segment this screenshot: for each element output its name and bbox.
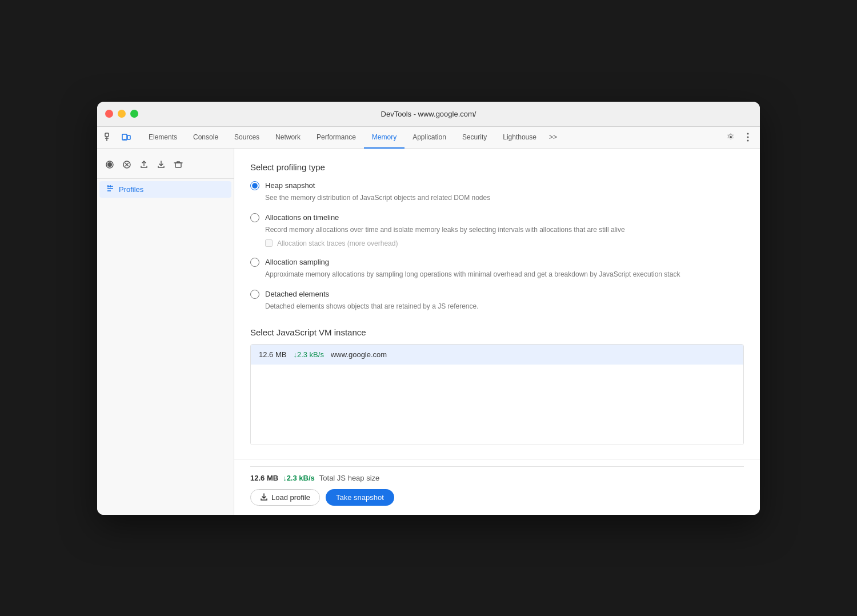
svg-rect-0 <box>105 133 109 137</box>
sidebar-toolbar <box>97 153 234 179</box>
vm-memory: 12.6 MB <box>259 350 286 359</box>
profiles-label: Profiles <box>119 185 143 194</box>
option-allocation-sampling: Allocation sampling Approximate memory a… <box>250 258 744 279</box>
record-icon[interactable] <box>102 157 118 173</box>
vm-section-title: Select JavaScript VM instance <box>250 327 744 337</box>
tab-security[interactable]: Security <box>454 127 495 149</box>
footer-heap-label: Total JS heap size <box>319 474 380 482</box>
vm-rate-value: 2.3 kB/s <box>297 350 324 359</box>
vm-empty-area <box>251 365 743 445</box>
sidebar: Profiles <box>97 149 234 515</box>
tab-console[interactable]: Console <box>185 127 226 149</box>
take-snapshot-button[interactable]: Take snapshot <box>326 489 394 506</box>
tab-overflow[interactable]: >> <box>544 127 562 149</box>
radio-heap-snapshot[interactable] <box>250 181 259 190</box>
heap-snapshot-desc: See the memory distribution of JavaScrip… <box>265 193 744 203</box>
profiles-icon <box>106 185 114 194</box>
detached-elements-desc: Detached elements shows objects that are… <box>265 301 744 311</box>
footer-buttons: Load profile Take snapshot <box>250 489 744 506</box>
tab-performance[interactable]: Performance <box>309 127 364 149</box>
content-area: Select profiling type Heap snapshot See … <box>234 149 760 515</box>
tab-memory[interactable]: Memory <box>364 127 405 149</box>
tab-actions <box>723 130 755 145</box>
footer-divider <box>250 466 744 467</box>
maximize-button[interactable] <box>130 110 138 118</box>
more-options-icon[interactable] <box>740 130 755 145</box>
load-profile-button[interactable]: Load profile <box>250 489 320 506</box>
heap-snapshot-label: Heap snapshot <box>265 181 315 190</box>
vm-table: 12.6 MB ↓2.3 kB/s www.google.com <box>250 344 744 445</box>
traffic-lights <box>105 110 138 118</box>
upload-icon[interactable] <box>136 157 152 173</box>
option-allocations-timeline: Allocations on timeline Record memory al… <box>250 213 744 247</box>
clear-icon[interactable] <box>170 157 186 173</box>
stop-icon[interactable] <box>119 157 135 173</box>
profiling-options: Heap snapshot See the memory distributio… <box>250 181 744 311</box>
content: Select profiling type Heap snapshot See … <box>234 149 760 459</box>
footer-rate-value: 2.3 kB/s <box>287 474 315 482</box>
minimize-button[interactable] <box>118 110 126 118</box>
allocation-stack-traces-row: Allocation stack traces (more overhead) <box>265 239 744 247</box>
vm-rate: ↓2.3 kB/s <box>293 350 323 359</box>
tab-network[interactable]: Network <box>267 127 309 149</box>
svg-point-10 <box>107 162 112 167</box>
svg-rect-14 <box>175 163 181 167</box>
vm-row[interactable]: 12.6 MB ↓2.3 kB/s www.google.com <box>251 345 743 365</box>
tab-lighthouse[interactable]: Lighthouse <box>495 127 544 149</box>
allocations-timeline-label: Allocations on timeline <box>265 213 339 222</box>
device-toggle-icon[interactable] <box>119 130 134 145</box>
take-snapshot-label: Take snapshot <box>336 493 384 502</box>
svg-rect-4 <box>127 135 130 139</box>
allocations-timeline-desc: Record memory allocations over time and … <box>265 225 744 235</box>
detached-elements-label: Detached elements <box>265 290 329 298</box>
devtools-window: DevTools - www.google.com/ E <box>97 102 760 515</box>
allocation-sampling-label: Allocation sampling <box>265 258 329 266</box>
footer-rate: ↓2.3 kB/s <box>283 474 315 482</box>
radio-allocation-sampling[interactable] <box>250 258 259 267</box>
main-container: Profiles Select profiling type Heap snap… <box>97 149 760 515</box>
vm-url: www.google.com <box>331 350 387 359</box>
settings-icon[interactable] <box>723 130 738 145</box>
tab-bar: Elements Console Sources Network Perform… <box>97 127 760 149</box>
sidebar-item-profiles[interactable]: Profiles <box>99 181 231 198</box>
radio-detached-elements[interactable] <box>250 290 259 299</box>
footer-stats: 12.6 MB ↓2.3 kB/s Total JS heap size <box>250 474 744 482</box>
tab-application[interactable]: Application <box>405 127 454 149</box>
tab-elements[interactable]: Elements <box>141 127 185 149</box>
profiling-section-title: Select profiling type <box>250 162 744 172</box>
tab-sources[interactable]: Sources <box>226 127 267 149</box>
close-button[interactable] <box>105 110 113 118</box>
allocation-stack-traces-checkbox[interactable] <box>265 239 273 247</box>
footer-section: 12.6 MB ↓2.3 kB/s Total JS heap size Loa… <box>234 459 760 515</box>
inspect-element-icon[interactable] <box>102 130 117 145</box>
download-icon[interactable] <box>153 157 169 173</box>
footer-memory: 12.6 MB <box>250 474 278 482</box>
allocation-stack-traces-label: Allocation stack traces (more overhead) <box>277 239 398 247</box>
svg-point-7 <box>747 137 749 138</box>
svg-point-8 <box>747 140 749 142</box>
radio-allocations-timeline[interactable] <box>250 213 259 222</box>
window-title: DevTools - www.google.com/ <box>381 110 476 118</box>
load-profile-label: Load profile <box>271 493 310 502</box>
option-heap-snapshot: Heap snapshot See the memory distributio… <box>250 181 744 203</box>
titlebar: DevTools - www.google.com/ <box>97 102 760 127</box>
load-profile-icon <box>260 493 268 501</box>
allocation-sampling-desc: Approximate memory allocations by sampli… <box>265 269 744 279</box>
svg-point-6 <box>747 133 749 135</box>
option-detached-elements: Detached elements Detached elements show… <box>250 290 744 311</box>
devtools-toolbar-icons <box>102 130 138 145</box>
